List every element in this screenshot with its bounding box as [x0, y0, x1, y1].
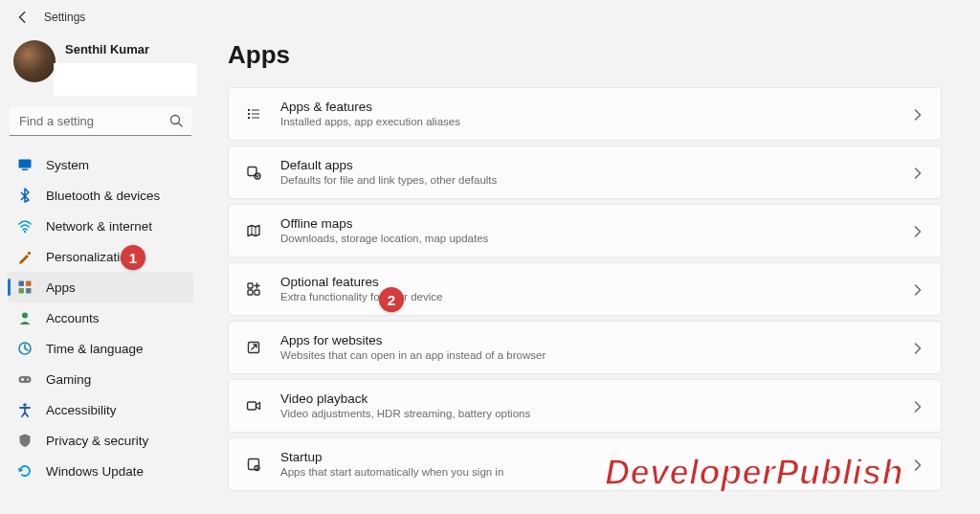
- settings-card-apps-websites[interactable]: Apps for websitesWebsites that can open …: [228, 321, 942, 374]
- sidebar-item-accessibility[interactable]: Accessibility: [8, 394, 193, 425]
- svg-rect-6: [19, 281, 25, 287]
- video-icon: [244, 396, 263, 415]
- sidebar-item-gaming[interactable]: Gaming: [8, 364, 193, 394]
- svg-rect-18: [252, 114, 259, 115]
- accounts-icon: [17, 310, 33, 325]
- svg-rect-8: [19, 288, 25, 294]
- sidebar-item-network[interactable]: Network & internet: [8, 211, 193, 241]
- svg-rect-12: [19, 376, 32, 383]
- personalization-icon: [17, 249, 33, 264]
- sidebar-item-label: Apps: [46, 280, 76, 295]
- svg-rect-2: [19, 160, 32, 168]
- card-text: Apps for websitesWebsites that can open …: [280, 332, 910, 363]
- chevron-right-icon: [910, 282, 924, 296]
- settings-card-video[interactable]: Video playbackVideo adjustments, HDR str…: [228, 379, 942, 433]
- svg-rect-9: [26, 288, 32, 294]
- apps-icon: [17, 279, 33, 295]
- arrow-left-icon: [16, 11, 30, 24]
- avatar: [13, 40, 56, 82]
- sidebar-item-accounts[interactable]: Accounts: [8, 302, 193, 333]
- card-title: Optional features: [280, 274, 910, 291]
- card-title: Apps & features: [280, 99, 910, 116]
- svg-rect-5: [27, 251, 31, 255]
- sidebar-item-label: Bluetooth & devices: [46, 189, 160, 203]
- sidebar: Senthil Kumar SystemBluetooth & devicesN…: [0, 34, 201, 514]
- search-input[interactable]: [10, 107, 191, 136]
- card-title: Video playback: [280, 391, 910, 408]
- svg-rect-19: [248, 117, 250, 119]
- card-text: Default appsDefaults for file and link t…: [280, 157, 910, 188]
- redaction-block: [54, 63, 197, 96]
- svg-rect-17: [248, 113, 250, 115]
- back-button[interactable]: [13, 8, 33, 27]
- svg-point-14: [23, 403, 27, 407]
- svg-line-1: [179, 123, 183, 127]
- svg-rect-24: [248, 290, 253, 295]
- network-icon: [17, 218, 33, 234]
- system-icon: [17, 157, 33, 172]
- search-icon: [168, 113, 184, 128]
- svg-rect-23: [248, 283, 253, 288]
- startup-icon: [244, 455, 263, 474]
- bluetooth-icon: [17, 188, 33, 203]
- card-title: Apps for websites: [280, 332, 910, 349]
- card-text: Optional featuresExtra functionality for…: [280, 274, 910, 304]
- settings-card-list: Apps & featuresInstalled apps, app execu…: [228, 87, 942, 491]
- privacy-icon: [17, 433, 33, 448]
- chevron-right-icon: [910, 107, 924, 121]
- gaming-icon: [17, 371, 33, 387]
- accessibility-icon: [17, 402, 33, 417]
- sidebar-item-label: Personalization: [46, 250, 134, 264]
- sidebar-nav: SystemBluetooth & devicesNetwork & inter…: [6, 149, 195, 486]
- svg-rect-15: [248, 109, 250, 111]
- update-icon: [17, 463, 33, 479]
- sidebar-item-label: Network & internet: [46, 219, 152, 234]
- card-subtitle: Websites that can open in an app instead…: [280, 348, 910, 363]
- settings-card-offline-maps[interactable]: Offline mapsDownloads, storage location,…: [228, 204, 942, 257]
- settings-card-default-apps[interactable]: Default appsDefaults for file and link t…: [228, 145, 942, 199]
- sidebar-item-update[interactable]: Windows Update: [8, 456, 193, 486]
- main-content: Apps Apps & featuresInstalled apps, app …: [201, 34, 980, 514]
- card-text: Video playbackVideo adjustments, HDR str…: [280, 391, 910, 421]
- sidebar-item-bluetooth[interactable]: Bluetooth & devices: [8, 180, 193, 211]
- settings-card-startup[interactable]: StartupApps that start automatically whe…: [228, 437, 942, 491]
- card-title: Startup: [280, 449, 910, 466]
- window-title: Settings: [44, 11, 85, 24]
- chevron-right-icon: [910, 399, 924, 413]
- sidebar-item-label: Privacy & security: [46, 434, 148, 448]
- sidebar-item-system[interactable]: System: [8, 149, 193, 180]
- map-icon: [244, 221, 263, 240]
- sidebar-item-label: Accessibility: [46, 403, 117, 417]
- list-icon: [244, 104, 263, 123]
- profile-block[interactable]: Senthil Kumar: [6, 38, 195, 88]
- time-icon: [17, 341, 33, 356]
- search-container: [10, 107, 191, 136]
- settings-card-optional[interactable]: Optional featuresExtra functionality for…: [228, 262, 942, 316]
- sidebar-item-privacy[interactable]: Privacy & security: [8, 425, 193, 456]
- open-external-icon: [244, 338, 263, 357]
- card-subtitle: Video adjustments, HDR streaming, batter…: [280, 407, 910, 421]
- card-subtitle: Apps that start automatically when you s…: [280, 465, 910, 480]
- chevron-right-icon: [910, 166, 924, 179]
- chevron-right-icon: [910, 341, 924, 354]
- svg-rect-25: [255, 290, 259, 295]
- svg-point-10: [22, 313, 28, 319]
- sidebar-item-personalize[interactable]: Personalization: [8, 241, 193, 272]
- profile-name: Senthil Kumar: [65, 42, 149, 56]
- sidebar-item-label: System: [46, 158, 89, 172]
- sidebar-item-apps[interactable]: Apps: [8, 272, 193, 302]
- card-title: Default apps: [280, 157, 910, 174]
- sidebar-item-label: Gaming: [46, 372, 91, 387]
- sidebar-item-label: Time & language: [46, 342, 144, 356]
- sidebar-item-time[interactable]: Time & language: [8, 333, 193, 364]
- settings-card-apps-features[interactable]: Apps & featuresInstalled apps, app execu…: [228, 87, 942, 141]
- svg-rect-3: [22, 169, 28, 171]
- chevron-right-icon: [910, 458, 924, 471]
- window-header: Settings: [0, 0, 980, 34]
- sidebar-item-label: Accounts: [46, 311, 100, 325]
- chevron-right-icon: [910, 224, 924, 237]
- card-text: StartupApps that start automatically whe…: [280, 449, 910, 480]
- card-subtitle: Defaults for file and link types, other …: [280, 173, 910, 188]
- svg-rect-27: [248, 402, 256, 410]
- svg-point-4: [24, 231, 26, 233]
